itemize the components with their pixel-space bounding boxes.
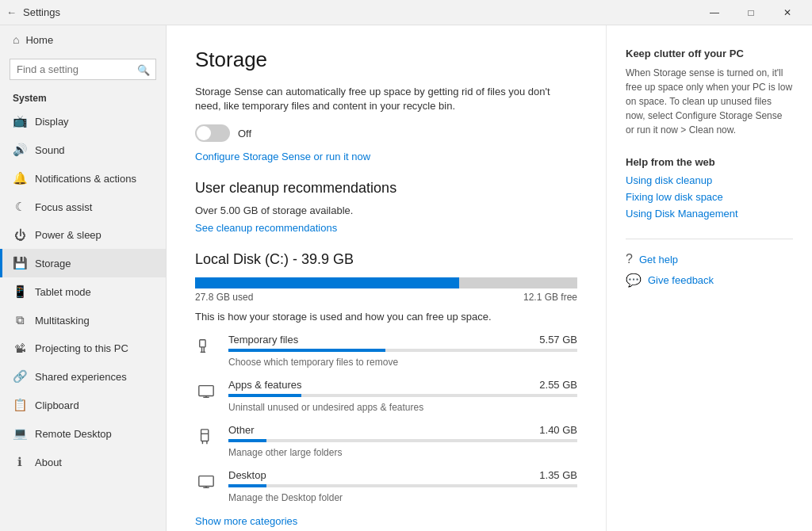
- sidebar-section-label: System: [0, 88, 166, 107]
- sidebar-item-display-label: Display: [35, 116, 69, 128]
- sidebar-item-focus-label: Focus assist: [35, 201, 92, 213]
- main-content: Storage Storage Sense can automatically …: [167, 25, 606, 531]
- sidebar-item-multitasking-label: Multitasking: [35, 315, 90, 327]
- close-button[interactable]: ✕: [769, 0, 806, 25]
- other-bar-fill: [228, 439, 266, 442]
- temp-files-size: 5.57 GB: [539, 334, 577, 346]
- sound-icon: 🔊: [13, 143, 27, 157]
- app-body: ⌂ Home 🔍 System 📺 Display 🔊 Sound 🔔 Noti…: [0, 25, 812, 531]
- storage-item-apps[interactable]: Apps & features 2.55 GB Uninstall unused…: [195, 379, 577, 413]
- storage-item-desktop[interactable]: Desktop 1.35 GB Manage the Desktop folde…: [195, 469, 577, 503]
- sidebar-item-tablet-mode[interactable]: 📱 Tablet mode: [0, 277, 166, 306]
- titlebar: ← Settings — □ ✕: [0, 0, 812, 25]
- apps-desc: Uninstall unused or undesired apps & fea…: [228, 402, 423, 413]
- other-size: 1.40 GB: [539, 424, 577, 436]
- titlebar-controls: — □ ✕: [696, 0, 806, 25]
- svg-rect-4: [199, 386, 213, 396]
- cleanup-link[interactable]: See cleanup recommendations: [195, 222, 337, 234]
- disk-cleanup-link[interactable]: Using disk cleanup: [626, 174, 793, 186]
- divider: [626, 239, 793, 239]
- sidebar-item-notifications-label: Notifications & actions: [35, 173, 136, 185]
- temp-files-desc: Choose which temporary files to remove: [228, 357, 398, 368]
- sidebar-item-storage-label: Storage: [35, 258, 71, 269]
- sidebar-item-shared-label: Shared experiences: [35, 371, 127, 383]
- sidebar-item-focus-assist[interactable]: ☾ Focus assist: [0, 193, 166, 221]
- give-feedback-link[interactable]: Give feedback: [648, 274, 714, 286]
- get-help-icon: ?: [626, 252, 633, 266]
- sidebar-item-about-label: About: [35, 457, 62, 468]
- storage-item-other[interactable]: Other 1.40 GB Manage other large folders: [195, 424, 577, 458]
- apps-name: Apps & features: [228, 379, 302, 391]
- about-icon: ℹ: [13, 455, 27, 469]
- cleanup-desc: Over 5.00 GB of storage available.: [195, 204, 577, 216]
- other-desc: Manage other large folders: [228, 447, 342, 458]
- get-help-link[interactable]: Get help: [639, 254, 678, 266]
- sidebar-item-multitasking[interactable]: ⧉ Multitasking: [0, 306, 166, 334]
- show-more-container: Show more categories: [195, 514, 577, 527]
- sidebar-item-about[interactable]: ℹ About: [0, 448, 166, 476]
- storage-item-temp[interactable]: Temporary files 5.57 GB Choose which tem…: [195, 334, 577, 368]
- get-help-action[interactable]: ? Get help: [626, 252, 793, 266]
- sidebar-item-notifications[interactable]: 🔔 Notifications & actions: [0, 164, 166, 193]
- sidebar-item-projecting[interactable]: 📽 Projecting to this PC: [0, 334, 166, 362]
- sidebar-item-storage[interactable]: 💾 Storage: [0, 249, 166, 277]
- disk-bar-labels: 27.8 GB used 12.1 GB free: [195, 292, 577, 303]
- apps-content: Apps & features 2.55 GB Uninstall unused…: [228, 379, 577, 413]
- sidebar-home[interactable]: ⌂ Home: [0, 25, 166, 54]
- sidebar-item-clipboard[interactable]: 📋 Clipboard: [0, 391, 166, 419]
- temp-files-content: Temporary files 5.57 GB Choose which tem…: [228, 334, 577, 368]
- svg-rect-0: [200, 340, 205, 347]
- temp-files-name: Temporary files: [228, 334, 298, 346]
- storage-sense-toggle[interactable]: [195, 124, 230, 142]
- temp-files-icon: [195, 335, 217, 357]
- configure-link[interactable]: Configure Storage Sense or run it now: [195, 151, 370, 162]
- minimize-button[interactable]: —: [696, 0, 733, 25]
- other-name: Other: [228, 424, 255, 436]
- desktop-name: Desktop: [228, 469, 266, 481]
- other-row: Other 1.40 GB: [228, 424, 577, 436]
- apps-bar-fill: [228, 394, 301, 397]
- multitasking-icon: ⧉: [13, 313, 27, 327]
- keep-clutter-text: When Storage sense is turned on, it'll f…: [626, 66, 793, 137]
- other-bar: [228, 439, 577, 442]
- disk-bar-used: [195, 277, 459, 288]
- apps-size: 2.55 GB: [539, 379, 577, 391]
- apps-row: Apps & features 2.55 GB: [228, 379, 577, 391]
- search-input[interactable]: [10, 59, 156, 80]
- sidebar-item-sound-label: Sound: [35, 144, 65, 156]
- temp-files-bar: [228, 349, 577, 352]
- sidebar-item-power[interactable]: ⏻ Power & sleep: [0, 221, 166, 249]
- notifications-icon: 🔔: [13, 171, 27, 185]
- disk-management-link[interactable]: Using Disk Management: [626, 208, 793, 220]
- sidebar-item-remote[interactable]: 💻 Remote Desktop: [0, 419, 166, 448]
- sidebar-item-shared[interactable]: 🔗 Shared experiences: [0, 362, 166, 391]
- svg-rect-11: [199, 476, 213, 487]
- desktop-icon: [195, 471, 217, 493]
- projecting-icon: 📽: [13, 342, 27, 355]
- give-feedback-action[interactable]: 💬 Give feedback: [626, 273, 793, 288]
- sidebar-item-clipboard-label: Clipboard: [35, 399, 79, 411]
- maximize-button[interactable]: □: [733, 0, 769, 25]
- desktop-content: Desktop 1.35 GB Manage the Desktop folde…: [228, 469, 577, 503]
- sidebar-item-display[interactable]: 📺 Display: [0, 107, 166, 136]
- back-icon[interactable]: ←: [6, 6, 17, 18]
- sidebar-item-tablet-label: Tablet mode: [35, 286, 91, 298]
- storage-icon: 💾: [13, 256, 27, 270]
- show-more-link[interactable]: Show more categories: [195, 515, 297, 527]
- sidebar-item-remote-label: Remote Desktop: [35, 428, 112, 440]
- temp-files-row: Temporary files 5.57 GB: [228, 334, 577, 346]
- desktop-row: Desktop 1.35 GB: [228, 469, 577, 481]
- disk-used-label: 27.8 GB used: [195, 292, 253, 303]
- sidebar-item-sound[interactable]: 🔊 Sound: [0, 136, 166, 164]
- cleanup-title: User cleanup recommendations: [195, 180, 577, 197]
- desktop-bar-fill: [228, 484, 266, 487]
- keep-clutter-title: Keep clutter off your PC: [626, 48, 793, 59]
- low-disk-link[interactable]: Fixing low disk space: [626, 191, 793, 203]
- keep-clutter-section: Keep clutter off your PC When Storage se…: [626, 48, 793, 137]
- apps-bar: [228, 394, 577, 397]
- disk-bar-container: [195, 277, 577, 288]
- feedback-icon: 💬: [626, 273, 642, 288]
- sidebar-search-container: 🔍: [0, 54, 166, 88]
- help-web-section: Help from the web Using disk cleanup Fix…: [626, 156, 793, 220]
- desktop-size: 1.35 GB: [539, 469, 577, 481]
